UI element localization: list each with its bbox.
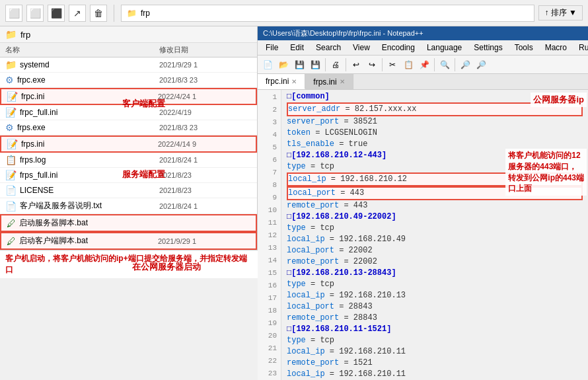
col-date-header: 修改日期	[159, 45, 252, 55]
line-number: 15	[258, 267, 281, 280]
menu-item-encoding[interactable]: Encoding	[377, 42, 420, 54]
file-name-cell: 📝frps_full.ini	[5, 170, 159, 180]
npp-save-btn[interactable]: 💾	[292, 57, 307, 72]
line-number: 2	[258, 104, 281, 116]
toolbar-btn-4[interactable]: ↗	[69, 5, 86, 22]
file-row[interactable]: 📋frps.log2021/8/24 1	[0, 153, 257, 168]
file-date-text: 2021/8/24 1	[159, 156, 252, 164]
file-row[interactable]: 📝frpc_full.ini2022/4/19	[0, 105, 257, 120]
menu-item-language[interactable]: Language	[422, 42, 467, 54]
file-name-text: frps.log	[20, 155, 46, 165]
line-numbers: 1234567891011121314151617181920212223242…	[258, 90, 281, 380]
file-name-cell: 📝frpc.ini	[7, 91, 158, 102]
file-row[interactable]: ⚙frpc.exe2021/8/3 23	[0, 73, 257, 88]
folder-header: 📁 frp	[0, 26, 257, 43]
code-line: □[192.168.210.49-22002]	[287, 211, 583, 223]
file-date-text: 2021/8/23	[159, 186, 252, 194]
npp-cut-btn[interactable]: ✂	[385, 57, 400, 72]
npp-tab-frpc-ini[interactable]: frpc.ini✕	[258, 74, 305, 89]
npp-undo-btn[interactable]: ↩	[349, 57, 363, 72]
file-date-text: 2021/8/23	[159, 171, 252, 179]
file-row[interactable]: 📁systemd2021/9/29 1	[0, 57, 257, 73]
tab-close-icon[interactable]: ✕	[291, 78, 297, 85]
file-row[interactable]: 🖊启动客户端脚本.bat2021/9/29 1	[0, 232, 257, 250]
toolbar-btn-delete[interactable]: 🗑	[90, 5, 107, 22]
menu-item-macro[interactable]: Macro	[540, 42, 572, 54]
file-row[interactable]: 📝frps.ini2022/4/14 9	[0, 135, 257, 153]
code-line: local_ip = 192.168.210.11	[287, 346, 583, 358]
npp-copy-btn[interactable]: 📋	[401, 57, 416, 72]
notepad-content-area[interactable]: 1234567891011121314151617181920212223242…	[258, 90, 588, 380]
main-layout: 📁 frp 名称 修改日期 📁systemd2021/9/29 1⚙frpc.e…	[0, 26, 588, 380]
npp-paste-btn[interactable]: 📌	[417, 57, 431, 72]
file-row[interactable]: 📝frps_full.ini2021/8/23	[0, 168, 257, 183]
toolbar-separator	[114, 5, 114, 22]
code-line: □[common]	[287, 91, 583, 102]
sort-button[interactable]: ↑ 排序 ▼	[538, 5, 583, 20]
npp-print-btn[interactable]: 🖨	[328, 57, 343, 72]
tab-label: frpc.ini	[266, 77, 289, 86]
file-name-text: frpc.exe	[17, 75, 46, 85]
toolbar-sep-4	[434, 58, 435, 71]
npp-zoom-out-btn[interactable]: 🔎	[474, 57, 488, 72]
code-line: □[192.168.210.12-443]	[287, 150, 583, 161]
file-name-text: 启动服务器脚本.bat	[19, 217, 88, 229]
menu-item-view[interactable]: View	[348, 42, 375, 54]
col-name-header: 名称	[5, 45, 159, 55]
code-line: local_port = 28843	[287, 301, 583, 313]
menu-item-file[interactable]: File	[260, 42, 283, 54]
file-name-cell: ⚙frpc.exe	[5, 75, 159, 85]
npp-open-btn[interactable]: 📂	[276, 57, 291, 72]
log-icon: 📋	[5, 155, 17, 165]
toolbar-btn-2[interactable]: ⬜	[26, 5, 44, 22]
file-date-text: 2022/4/14 9	[158, 140, 250, 148]
npp-zoom-in-btn[interactable]: 🔎	[458, 57, 472, 72]
code-line: type = tcp	[287, 223, 583, 234]
file-name-text: systemd	[20, 60, 50, 69]
npp-new-btn[interactable]: 📄	[260, 57, 275, 72]
line-number: 1	[258, 91, 281, 104]
npp-tab-frps-ini[interactable]: frps.ini✕	[305, 74, 353, 89]
line-number: 11	[258, 217, 281, 229]
menu-item-tools[interactable]: Tools	[509, 42, 538, 54]
file-row[interactable]: 📄LICENSE2021/8/23	[0, 183, 257, 198]
file-date-text: 2021/8/24 1	[159, 202, 252, 210]
line-number: 14	[258, 254, 281, 267]
line-number: 17	[258, 292, 281, 305]
tab-close-icon[interactable]: ✕	[340, 78, 345, 85]
code-line: local_ip = 192.168.210.12	[287, 172, 583, 186]
file-row[interactable]: ⚙frps.exe2021/8/3 23	[0, 120, 257, 135]
notepad-title-text: C:\Users\语森\Desktop\frp\frp\frpc.ini - N…	[263, 28, 423, 38]
menu-item-edit[interactable]: Edit	[285, 42, 309, 54]
ini-icon: 📝	[5, 170, 17, 180]
code-editor[interactable]: □[common] server_addr = 82.157.xxx.xx se…	[281, 90, 588, 380]
npp-find-btn[interactable]: 🔍	[437, 57, 452, 72]
address-text: frp	[141, 9, 150, 18]
file-name-text: 启动客户端脚本.bat	[19, 235, 88, 247]
line-number: 3	[258, 116, 281, 129]
menu-item-settings[interactable]: Settings	[468, 42, 507, 54]
line-number: 9	[258, 192, 281, 204]
exe-icon: ⚙	[5, 75, 14, 85]
code-line: local_port = 22002	[287, 245, 583, 256]
line-number: 12	[258, 229, 281, 242]
exe-icon: ⚙	[5, 122, 14, 133]
address-bar[interactable]: 📁 frp	[121, 5, 534, 22]
toolbar-sep-1	[325, 58, 326, 71]
line-number: 19	[258, 317, 281, 330]
line-number: 16	[258, 280, 281, 292]
code-line: server_port = 38521	[287, 116, 583, 128]
toolbar-sep-3	[382, 58, 383, 71]
menu-item-run[interactable]: Run	[573, 42, 588, 54]
file-row[interactable]: 📄客户端及服务器说明.txt2021/8/24 1	[0, 198, 257, 214]
file-row[interactable]: 📝frpc.ini2022/4/24 1	[0, 88, 257, 105]
code-line: remote_port = 28843	[287, 313, 583, 324]
npp-redo-btn[interactable]: ↪	[365, 57, 379, 72]
toolbar-btn-3[interactable]: ⬛	[48, 5, 65, 22]
notepad-tabs: frpc.ini✕frps.ini✕	[258, 74, 588, 90]
file-row[interactable]: 🖊启动服务器脚本.bat	[0, 214, 257, 232]
toolbar-btn-1[interactable]: ⬜	[5, 5, 22, 22]
file-date-text: 2021/9/29 1	[159, 61, 252, 69]
menu-item-search[interactable]: Search	[311, 42, 346, 54]
npp-saveall-btn[interactable]: 💾	[308, 57, 322, 72]
